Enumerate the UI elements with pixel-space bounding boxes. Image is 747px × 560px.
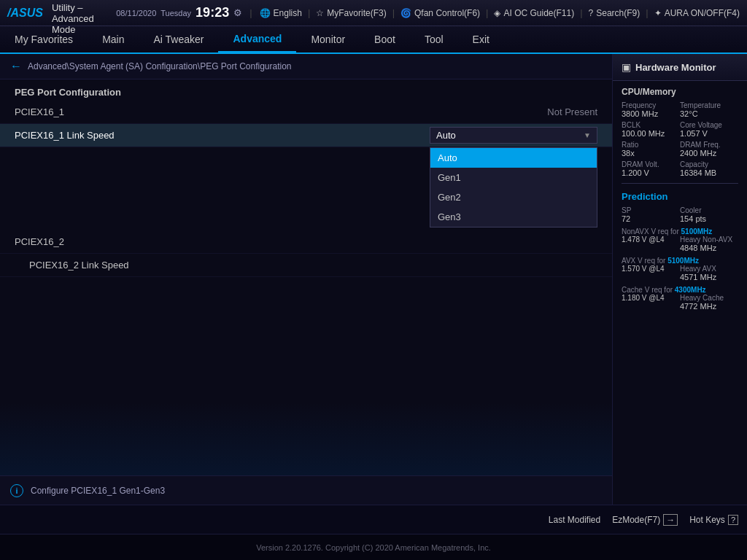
hw-capacity-label: Capacity [680, 160, 738, 168]
prediction-title: Prediction [613, 185, 747, 205]
hw-dramvolt-value: 1.200 V [622, 168, 680, 177]
hw-heavy-nonavx-label: Heavy Non-AVX [680, 236, 738, 244]
cpu-memory-section-title: CPU/Memory [613, 81, 747, 100]
dropdown-option-gen3[interactable]: Gen3 [430, 207, 597, 227]
hw-dramvolt-row: DRAM Volt. 1.200 V Capacity 16384 MB [613, 159, 747, 179]
hw-heavy-nonavx-value: 4848 MHz [680, 244, 738, 252]
dropdown-trigger[interactable]: Auto ▼ [430, 127, 597, 144]
ezmode-label: EzMode(F7) [612, 515, 660, 525]
pciex16-1-value: Not Present [466, 106, 597, 117]
hw-cooler-value: 154 pts [680, 214, 738, 223]
datetime: 08/11/2020 [116, 9, 156, 18]
info-text: Configure PCIEX16_1 Gen1-Gen3 [31, 486, 165, 496]
hw-divider [622, 183, 738, 184]
settings-icon[interactable]: ⚙ [233, 7, 242, 18]
pciex16-1-row: PCIEX16_1 Not Present [0, 101, 612, 124]
hw-sp-row: SP 72 Cooler 154 pts [613, 205, 747, 225]
hw-bclk-label: BCLK [622, 121, 680, 129]
dropdown-arrow-icon: ▼ [584, 131, 591, 139]
dropdown-current-value: Auto [436, 130, 456, 141]
hw-avx-volt: 1.570 V @L4 [622, 265, 680, 281]
hw-dramvolt-label: DRAM Volt. [622, 160, 680, 168]
info-bar: i Configure PCIEX16_1 Gen1-Gen3 [0, 475, 612, 505]
pciex16-2-linkspeed-row: PCIEX16_2 Link Speed [0, 254, 612, 277]
nav-my-favorites[interactable]: My Favorites [0, 26, 88, 53]
hw-capacity-value: 16384 MB [680, 168, 738, 177]
hw-nonavx-volt: 1.478 V @L4 [622, 236, 680, 252]
hw-cache-block: Cache V req for 4300MHz 1.180 V @L4 Heav… [613, 283, 747, 312]
info-icon: i [10, 484, 23, 497]
hw-cooler-label: Cooler [680, 206, 738, 214]
pciex16-2-linkspeed-label: PCIEX16_2 Link Speed [15, 260, 597, 271]
hw-temp-value: 32°C [680, 109, 738, 118]
hw-nonavx-freq: 5100MHz [681, 228, 713, 236]
hw-corevolt-label: Core Voltage [680, 121, 738, 129]
ezmode-button[interactable]: EzMode(F7) → [612, 514, 678, 526]
pciex16-1-label: PCIEX16_1 [15, 106, 466, 117]
pciex16-1-linkspeed-row: PCIEX16_1 Link Speed Auto ▼ [0, 124, 612, 147]
top-bar: /ASUS UEFI BIOS Utility – Advanced Mode … [0, 0, 747, 26]
footer-text: Version 2.20.1276. Copyright (C) 2020 Am… [256, 543, 491, 552]
main-layout: ← Advanced\System Agent (SA) Configurati… [0, 54, 747, 505]
qfan-item[interactable]: 🌀 Qfan Control(F6) [400, 8, 480, 18]
hotkeys-button[interactable]: Hot Keys ? [689, 515, 738, 525]
hw-corevolt-value: 1.057 V [680, 129, 738, 138]
day: Tuesday [160, 9, 191, 18]
hw-ratio-value: 38x [622, 149, 680, 158]
nav-main[interactable]: Main [88, 26, 139, 53]
pciex16-2-label: PCIEX16_2 [15, 236, 597, 247]
content-area: ← Advanced\System Agent (SA) Configurati… [0, 54, 612, 505]
hw-monitor-icon: ▣ [622, 61, 631, 73]
hw-bclk-row: BCLK 100.00 MHz Core Voltage 1.057 V [613, 120, 747, 139]
hw-dramfreq-value: 2400 MHz [680, 149, 738, 158]
hw-nonavx-block: NonAVX V req for 5100MHz 1.478 V @L4 Hea… [613, 225, 747, 254]
nav-monitor[interactable]: Monitor [296, 26, 360, 53]
hw-cache-volt: 1.180 V @L4 [622, 294, 680, 311]
dropdown-option-auto[interactable]: Auto [430, 148, 597, 168]
nav-advanced[interactable]: Advanced [218, 26, 296, 53]
hw-heavy-cache-label: Heavy Cache [680, 294, 738, 302]
time-display: 19:23 [196, 5, 229, 20]
footer: Version 2.20.1276. Copyright (C) 2020 Am… [0, 534, 747, 560]
hw-monitor-header: ▣ Hardware Monitor [613, 54, 747, 81]
breadcrumb: ← Advanced\System Agent (SA) Configurati… [0, 54, 612, 79]
dropdown-list: Auto Gen1 Gen2 Gen3 [430, 147, 597, 228]
last-modified-button[interactable]: Last Modified [549, 515, 600, 525]
hw-monitor-title: Hardware Monitor [635, 62, 716, 73]
aura-item[interactable]: ✦ AURA ON/OFF(F4) [654, 8, 740, 18]
search-item[interactable]: ? Search(F9) [589, 8, 640, 18]
status-bar: Last Modified EzMode(F7) → Hot Keys ? [0, 505, 747, 534]
hw-freq-row: Frequency 3800 MHz Temperature 32°C [613, 100, 747, 120]
hw-heavy-avx-label: Heavy AVX [680, 265, 738, 273]
pciex16-1-linkspeed-label: PCIEX16_1 Link Speed [15, 130, 430, 141]
hw-dramfreq-label: DRAM Freq. [680, 141, 738, 149]
hw-heavy-avx-value: 4571 MHz [680, 273, 738, 281]
asus-logo: /ASUS [7, 7, 43, 20]
breadcrumb-text: Advanced\System Agent (SA) Configuration… [28, 61, 292, 71]
hw-ratio-row: Ratio 38x DRAM Freq. 2400 MHz [613, 139, 747, 159]
hw-freq-value: 3800 MHz [622, 109, 680, 118]
section-title: PEG Port Configuration [0, 79, 612, 101]
nav-ai-tweaker[interactable]: Ai Tweaker [139, 26, 218, 53]
hw-cache-freq: 4300MHz [675, 286, 706, 294]
ezmode-icon: → [663, 514, 678, 526]
language-item[interactable]: 🌐 English [260, 8, 302, 18]
hw-sp-value: 72 [622, 214, 680, 223]
nav-tool[interactable]: Tool [410, 26, 458, 53]
nav-exit[interactable]: Exit [458, 26, 504, 53]
nav-bar: My Favorites Main Ai Tweaker Advanced Mo… [0, 26, 747, 54]
myfavorite-item[interactable]: ☆ MyFavorite(F3) [316, 8, 386, 18]
pciex16-2-row: PCIEX16_2 [0, 230, 612, 254]
hw-freq-label: Frequency [622, 101, 680, 109]
hardware-monitor-panel: ▣ Hardware Monitor CPU/Memory Frequency … [612, 54, 747, 505]
back-arrow-icon[interactable]: ← [10, 60, 22, 73]
hw-avx-block: AVX V req for 5100MHz 1.570 V @L4 Heavy … [613, 254, 747, 283]
dropdown-option-gen1[interactable]: Gen1 [430, 168, 597, 187]
nav-boot[interactable]: Boot [360, 26, 410, 53]
aioc-item[interactable]: ◈ AI OC Guide(F11) [494, 8, 574, 18]
hw-bclk-value: 100.00 MHz [622, 129, 680, 138]
hw-sp-label: SP [622, 206, 680, 214]
hw-avx-freq: 5100MHz [667, 257, 699, 265]
hw-heavy-cache-value: 4772 MHz [680, 302, 738, 311]
dropdown-option-gen2[interactable]: Gen2 [430, 187, 597, 207]
